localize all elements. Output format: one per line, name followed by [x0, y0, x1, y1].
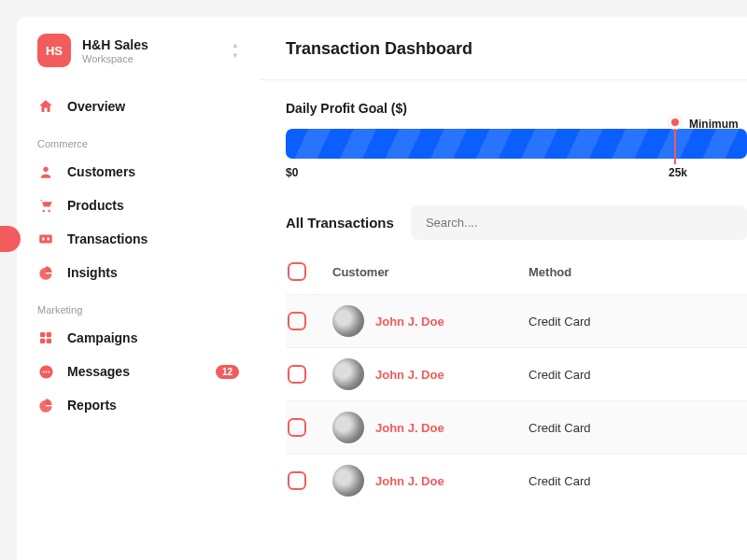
sidebar-item-label: Overview	[67, 99, 239, 114]
table-body: John J. Doe Credit Card John J. Doe Cred…	[286, 294, 747, 507]
sidebar-item-transactions[interactable]: Transactions	[17, 222, 260, 256]
goal-progress: Minimum	[286, 129, 747, 159]
search-input[interactable]	[411, 205, 747, 240]
cart-icon	[37, 197, 54, 214]
svg-rect-4	[42, 238, 44, 241]
nav-group-commerce: Commerce	[17, 131, 260, 155]
payment-method: Credit Card	[529, 474, 590, 488]
workspace-badge: HS	[37, 34, 71, 67]
pie-icon	[37, 397, 54, 413]
goal-tick-min: $0	[286, 166, 669, 179]
row-checkbox[interactable]	[288, 418, 306, 437]
svg-rect-8	[40, 339, 45, 343]
avatar	[332, 412, 364, 443]
divider	[260, 79, 747, 80]
sidebar-item-products[interactable]: Products	[17, 189, 260, 222]
ticket-icon	[37, 231, 54, 247]
main-content: Transaction Dashboard Daily Profit Goal …	[260, 17, 747, 560]
sidebar-item-customers[interactable]: Customers	[17, 155, 260, 189]
svg-point-13	[48, 371, 49, 372]
customer-name[interactable]: John J. Doe	[375, 421, 444, 435]
svg-rect-7	[47, 332, 51, 337]
chat-icon	[37, 363, 54, 380]
sidebar-item-messages[interactable]: Messages 12	[17, 355, 260, 388]
grid-icon	[37, 329, 54, 346]
workspace-switcher[interactable]: HS H&H Sales Workspace ▲▼	[17, 34, 260, 86]
workspace-subtitle: Workspace	[82, 53, 232, 64]
svg-point-11	[42, 371, 44, 372]
marker-dot-icon	[669, 116, 682, 129]
sidebar-item-label: Transactions	[67, 231, 239, 246]
customer-name[interactable]: John J. Doe	[375, 315, 444, 329]
sidebar-item-label: Customers	[67, 164, 239, 179]
sidebar-item-label: Campaigns	[67, 330, 239, 345]
table-row[interactable]: John J. Doe Credit Card	[286, 400, 747, 454]
chevron-updown-icon: ▲▼	[232, 42, 239, 60]
sidebar-item-overview[interactable]: Overview	[17, 90, 260, 123]
svg-point-12	[45, 371, 47, 372]
workspace-name: H&H Sales	[82, 37, 232, 52]
svg-rect-6	[40, 332, 45, 337]
sidebar-item-campaigns[interactable]: Campaigns	[17, 321, 260, 355]
sidebar-item-label: Products	[67, 198, 239, 213]
sidebar-item-insights[interactable]: Insights	[17, 256, 260, 289]
nav-group-marketing: Marketing	[17, 297, 260, 321]
svg-rect-5	[48, 238, 49, 241]
column-customer[interactable]: Customer	[332, 265, 529, 279]
avatar	[332, 358, 364, 390]
table-row[interactable]: John J. Doe Credit Card	[286, 454, 747, 507]
table-row[interactable]: John J. Doe Credit Card	[286, 347, 747, 400]
row-checkbox[interactable]	[288, 471, 306, 490]
sidebar-item-label: Reports	[67, 398, 239, 413]
svg-point-1	[43, 210, 45, 212]
goal-tick-marker: 25k	[669, 166, 687, 179]
avatar	[332, 305, 364, 337]
svg-point-0	[43, 167, 48, 172]
home-icon	[37, 98, 54, 115]
sidebar-item-label: Messages	[67, 364, 216, 379]
sidebar: HS H&H Sales Workspace ▲▼ Overview Comme…	[17, 17, 260, 560]
column-method[interactable]: Method	[529, 265, 747, 279]
customer-name[interactable]: John J. Doe	[375, 474, 444, 488]
table-title: All Transactions	[286, 215, 394, 231]
payment-method: Credit Card	[529, 368, 590, 382]
goal-label: Daily Profit Goal ($)	[286, 101, 747, 116]
goal-marker-label: Minimum	[689, 118, 739, 131]
goal-marker[interactable]	[669, 116, 682, 164]
svg-rect-9	[47, 339, 51, 343]
svg-point-2	[49, 210, 50, 212]
row-checkbox[interactable]	[288, 365, 306, 384]
marker-line	[674, 129, 676, 164]
user-icon	[37, 163, 54, 180]
sidebar-item-label: Insights	[67, 265, 239, 280]
table-header: Customer Method	[286, 253, 747, 294]
pie-icon	[37, 264, 54, 281]
select-all-checkbox[interactable]	[288, 262, 306, 281]
customer-name[interactable]: John J. Doe	[375, 368, 444, 382]
table-row[interactable]: John J. Doe Credit Card	[286, 294, 747, 347]
svg-rect-3	[39, 235, 52, 244]
payment-method: Credit Card	[529, 421, 590, 435]
row-checkbox[interactable]	[288, 312, 306, 330]
page-title: Transaction Dashboard	[286, 39, 747, 59]
payment-method: Credit Card	[529, 315, 590, 329]
avatar	[332, 465, 364, 497]
sidebar-item-reports[interactable]: Reports	[17, 388, 260, 422]
messages-badge: 12	[216, 365, 239, 379]
